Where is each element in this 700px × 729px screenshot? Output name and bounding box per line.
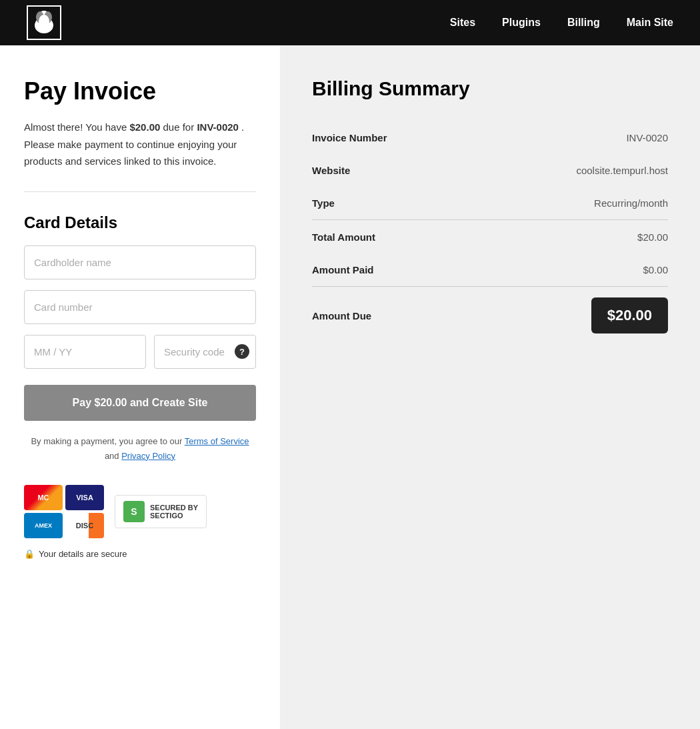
table-row: Type Recurring/month bbox=[312, 187, 668, 220]
amount-due-badge: $20.00 bbox=[591, 297, 668, 333]
total-amount-value: $20.00 bbox=[472, 221, 668, 253]
table-row: Website coolsite.tempurl.host bbox=[312, 154, 668, 187]
nav-sites[interactable]: Sites bbox=[450, 17, 475, 29]
type-label: Type bbox=[312, 187, 472, 220]
terms-and: and bbox=[105, 451, 121, 461]
discover-logo: DISC bbox=[65, 513, 104, 538]
table-row: Total Amount $20.00 bbox=[312, 221, 668, 253]
svg-point-5 bbox=[39, 15, 49, 28]
mastercard-logo: MC bbox=[24, 485, 63, 510]
amount-paid-value: $0.00 bbox=[472, 253, 668, 287]
card-logos: MC VISA AMEX DISC bbox=[24, 485, 104, 538]
desc-mid: due for bbox=[160, 121, 197, 133]
privacy-policy-link[interactable]: Privacy Policy bbox=[121, 451, 175, 461]
amount-due-label: Amount Due bbox=[312, 287, 472, 344]
billing-table: Invoice Number INV-0020 Website coolsite… bbox=[312, 121, 668, 344]
security-group: ? bbox=[154, 335, 256, 369]
invoice-number-label: Invoice Number bbox=[312, 121, 472, 154]
terms-prefix: By making a payment, you agree to our bbox=[31, 436, 184, 446]
nav-billing[interactable]: Billing bbox=[567, 17, 600, 29]
website-value: coolsite.tempurl.host bbox=[472, 154, 668, 187]
card-number-group bbox=[24, 290, 256, 324]
cardholder-input[interactable] bbox=[24, 245, 256, 279]
nav-plugins[interactable]: Plugins bbox=[502, 17, 541, 29]
cardholder-group bbox=[24, 245, 256, 279]
nav-links: Sites Plugins Billing Main Site bbox=[450, 17, 673, 29]
secure-text: 🔒 Your details are secure bbox=[24, 549, 127, 559]
content-wrap: Pay Invoice Almost there! You have $20.0… bbox=[0, 45, 700, 729]
website-label: Website bbox=[312, 154, 472, 187]
section-divider bbox=[24, 191, 256, 192]
nav-main-site[interactable]: Main Site bbox=[627, 17, 673, 29]
terms-text: By making a payment, you agree to our Te… bbox=[24, 434, 256, 464]
card-details-title: Card Details bbox=[24, 213, 256, 232]
desc-amount: $20.00 bbox=[129, 121, 160, 133]
logo[interactable] bbox=[27, 5, 61, 40]
lock-icon: 🔒 bbox=[24, 549, 35, 559]
page-title: Pay Invoice bbox=[24, 77, 256, 105]
trust-badges: MC VISA AMEX DISC S SECURED BYSECTIGO 🔒 … bbox=[24, 485, 256, 559]
invoice-description: Almost there! You have $20.00 due for IN… bbox=[24, 119, 256, 170]
desc-invoice: INV-0020 bbox=[197, 121, 239, 133]
billing-title: Billing Summary bbox=[312, 77, 668, 100]
sectigo-badge: S SECURED BYSECTIGO bbox=[115, 495, 207, 528]
security-help-icon[interactable]: ? bbox=[235, 344, 249, 359]
type-value: Recurring/month bbox=[472, 187, 668, 220]
sectigo-label: SECURED BYSECTIGO bbox=[150, 504, 198, 520]
amount-due-row: Amount Due $20.00 bbox=[312, 287, 668, 344]
table-row: Amount Paid $0.00 bbox=[312, 253, 668, 287]
expiry-input[interactable] bbox=[24, 335, 146, 369]
visa-logo: VISA bbox=[65, 485, 104, 510]
total-amount-label: Total Amount bbox=[312, 221, 472, 253]
invoice-number-value: INV-0020 bbox=[472, 121, 668, 154]
expiry-security-row: ? bbox=[24, 335, 256, 369]
left-panel: Pay Invoice Almost there! You have $20.0… bbox=[0, 45, 280, 729]
pay-button[interactable]: Pay $20.00 and Create Site bbox=[24, 385, 256, 421]
desc-prefix: Almost there! You have bbox=[24, 121, 129, 133]
amex-logo: AMEX bbox=[24, 513, 63, 538]
amount-paid-label: Amount Paid bbox=[312, 253, 472, 287]
secure-label: Your details are secure bbox=[39, 549, 127, 559]
sectigo-icon: S bbox=[123, 501, 145, 522]
card-number-input[interactable] bbox=[24, 290, 256, 324]
table-row: Invoice Number INV-0020 bbox=[312, 121, 668, 154]
terms-of-service-link[interactable]: Terms of Service bbox=[185, 436, 249, 446]
right-panel: Billing Summary Invoice Number INV-0020 … bbox=[280, 45, 700, 729]
amount-due-value: $20.00 bbox=[472, 287, 668, 344]
navbar: Sites Plugins Billing Main Site bbox=[0, 0, 700, 45]
